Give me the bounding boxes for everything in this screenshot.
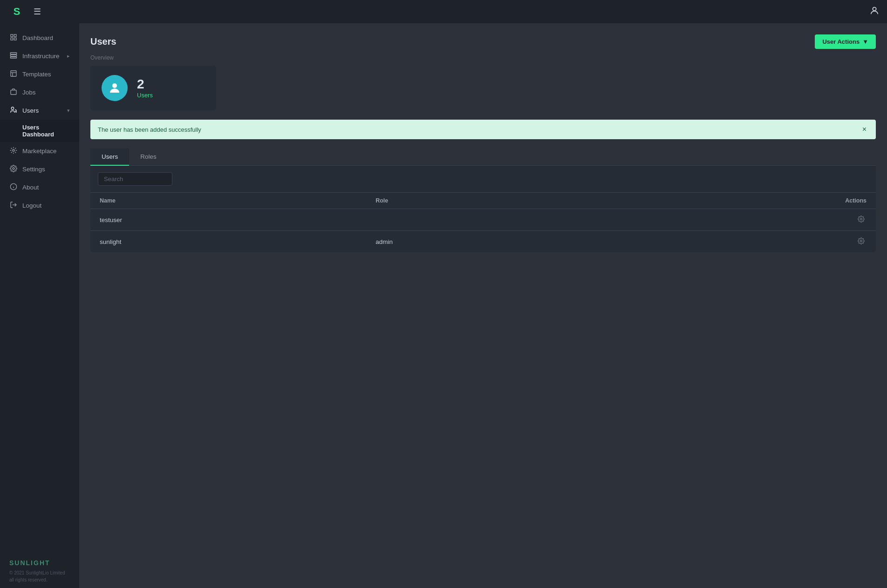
sidebar-brand-name: SUNLIGHT [9,559,70,567]
user-actions-label: User Actions [822,38,860,45]
tab-roles[interactable]: Roles [129,149,168,166]
users-dashboard-label: Users Dashboard [22,124,70,138]
users-submenu: Users Dashboard [0,120,79,142]
table-row: testuser [90,209,876,231]
infrastructure-icon [9,52,18,61]
success-alert: The user has been added successfully × [90,120,876,139]
sidebar-copyright: © 2021 SunlightLio Limited all rights re… [9,569,70,583]
sidebar-footer: SUNLIGHT © 2021 SunlightLio Limited all … [0,550,79,588]
row-gear-button[interactable] [856,237,867,247]
dashboard-icon [9,34,18,42]
tab-users[interactable]: Users [90,149,129,166]
header-user-icon[interactable] [869,6,880,18]
svg-point-0 [873,7,876,10]
templates-icon [9,70,18,79]
row-gear-button[interactable] [856,215,867,225]
alert-close-button[interactable]: × [860,125,868,134]
svg-rect-5 [10,53,16,54]
svg-point-21 [860,240,862,242]
overview-label: Overview [90,54,876,61]
svg-point-19 [112,83,117,88]
svg-rect-6 [10,55,16,56]
svg-rect-1 [11,34,13,37]
sidebar-label-infrastructure: Infrastructure [22,53,62,60]
cell-name: testuser [90,209,366,231]
sidebar-label-settings: Settings [22,166,70,173]
table-toolbar [90,166,876,192]
sidebar-item-infrastructure[interactable]: Infrastructure ▸ [0,47,79,65]
table-header-row: Name Role Actions [90,193,876,209]
sidebar-item-jobs[interactable]: Jobs [0,83,79,101]
sidebar-item-templates[interactable]: Templates [0,65,79,83]
sidebar-label-dashboard: Dashboard [22,34,70,41]
alert-message: The user has been added successfully [98,126,201,133]
search-input[interactable] [98,172,172,186]
svg-point-20 [860,218,862,220]
logout-icon [9,201,18,210]
tabs: Users Roles [90,149,876,166]
svg-rect-11 [11,90,16,95]
table-row: sunlight admin [90,231,876,253]
sidebar-item-dashboard[interactable]: Dashboard [0,29,79,47]
sidebar-label-templates: Templates [22,71,70,78]
sidebar-label-marketplace: Marketplace [22,148,70,155]
sidebar-item-marketplace[interactable]: Marketplace [0,142,79,160]
cell-role [366,209,607,231]
marketplace-icon [9,147,18,155]
overview-count: 2 [137,77,153,92]
svg-rect-7 [10,57,16,58]
svg-point-13 [13,149,14,151]
logo: S [7,2,26,21]
users-chevron: ▾ [67,108,70,114]
user-actions-chevron-icon: ▼ [862,38,868,45]
cell-actions [607,231,876,253]
cell-name: sunlight [90,231,366,253]
sidebar-label-jobs: Jobs [22,89,70,96]
sidebar-label-users: Users [22,107,62,114]
hamburger-icon[interactable]: ☰ [34,7,41,17]
sidebar-item-about[interactable]: About [0,178,79,196]
svg-point-12 [11,107,14,109]
svg-point-14 [13,168,14,169]
sidebar-item-users[interactable]: Users ▾ [0,101,79,120]
header-left: S ☰ [7,2,41,21]
svg-rect-8 [11,71,16,76]
svg-rect-3 [14,38,16,40]
svg-rect-4 [11,38,13,40]
sidebar-label-about: About [22,184,70,191]
jobs-icon [9,88,18,97]
col-header-name: Name [90,193,366,209]
page-title: Users [90,36,116,47]
users-icon [9,106,18,115]
infrastructure-chevron: ▸ [67,53,70,59]
table-container: Name Role Actions testuser sunlight admi [90,166,876,252]
about-icon [9,183,18,192]
sidebar-label-logout: Logout [22,202,70,209]
overview-users-label: Users [137,92,153,99]
sidebar-submenu-item-users-dashboard[interactable]: Users Dashboard [0,120,79,142]
sidebar-nav: Dashboard Infrastructure ▸ Templates [0,29,79,550]
cell-role: admin [366,231,607,253]
cell-actions [607,209,876,231]
sidebar-item-settings[interactable]: Settings [0,160,79,178]
user-actions-button[interactable]: User Actions ▼ [815,34,876,49]
sidebar-item-logout[interactable]: Logout [0,196,79,215]
col-header-actions: Actions [607,193,876,209]
users-table: Name Role Actions testuser sunlight admi [90,192,876,252]
top-header: S ☰ [0,0,887,23]
page-header: Users User Actions ▼ [90,34,876,49]
svg-rect-2 [14,34,16,37]
col-header-role: Role [366,193,607,209]
main-content: Users User Actions ▼ Overview 2 Users Th… [79,23,887,588]
overview-avatar [102,75,128,101]
sidebar: Dashboard Infrastructure ▸ Templates [0,23,79,588]
overview-stats: 2 Users [137,77,153,99]
settings-icon [9,165,18,174]
overview-card: 2 Users [90,66,216,110]
